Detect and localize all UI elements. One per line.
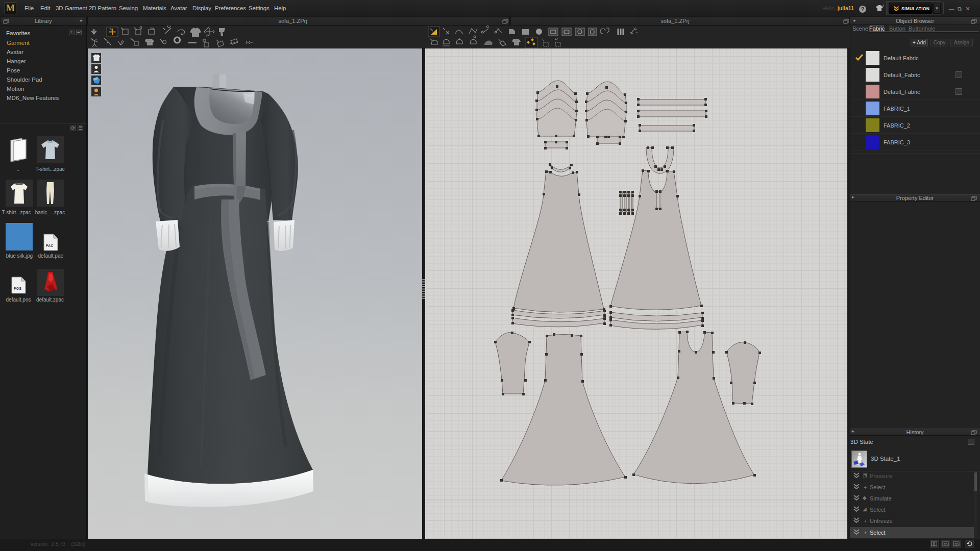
svg-text:?: ?: [861, 6, 865, 12]
svg-text:3D: 3D: [944, 543, 948, 546]
svg-text:POS: POS: [14, 287, 21, 290]
svg-text:+: +: [883, 5, 884, 8]
svg-text:PAC: PAC: [46, 244, 54, 247]
svg-text:2D: 2D: [954, 543, 959, 546]
